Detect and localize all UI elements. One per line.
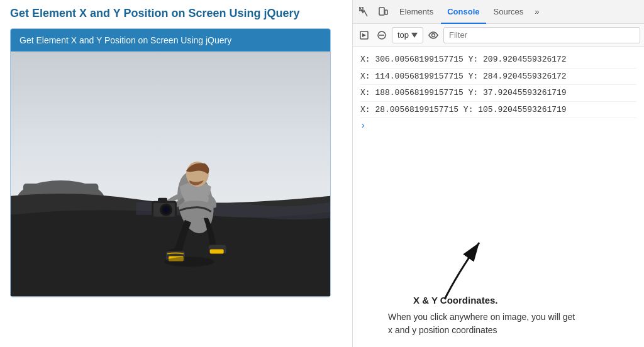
execute-icon[interactable] (357, 28, 372, 43)
console-line-1: X: 306.00568199157715 Y: 209.92045593261… (360, 52, 636, 69)
svg-point-9 (164, 207, 169, 212)
device-icon[interactable] (374, 3, 392, 21)
filter-input[interactable] (443, 27, 640, 43)
console-line-2: X: 114.00568199157715 Y: 284.92045593261… (360, 69, 636, 85)
console-line-4: X: 28.00568199157715 Y: 105.920455932617… (360, 102, 636, 119)
annotation-title: X & Y Coordinates. (413, 295, 634, 306)
context-selector[interactable]: top (392, 27, 423, 43)
devtools-tabs: Elements Console Sources » (353, 0, 644, 24)
console-prompt[interactable]: › (360, 118, 636, 133)
tabs-more[interactable]: » (531, 4, 543, 19)
card-image (11, 52, 330, 297)
card-header: Get Element X and Y Position on Screen U… (11, 29, 330, 52)
svg-rect-10 (158, 198, 167, 203)
svg-point-16 (164, 257, 214, 267)
annotation-description: When you click anywhere on image, you wi… (388, 311, 577, 337)
photographer-scene (11, 52, 330, 297)
console-line-3: X: 188.00568199157715 Y: 37.920455932617… (360, 85, 636, 102)
console-output: X: 306.00568199157715 Y: 209.92045593261… (353, 47, 644, 243)
svg-rect-18 (379, 8, 384, 15)
devtools-toolbar: top (353, 24, 644, 47)
svg-rect-19 (385, 10, 387, 14)
arrow-container: X & Y Coordinates. When you click anywhe… (363, 249, 634, 337)
tab-console[interactable]: Console (441, 0, 486, 24)
devtools-panel: Elements Console Sources » top (352, 0, 644, 347)
eye-icon[interactable] (426, 28, 441, 43)
dropdown-icon (411, 33, 418, 38)
annotation-arrow (382, 224, 520, 306)
tab-sources[interactable]: Sources (487, 0, 530, 24)
clear-icon[interactable] (374, 28, 389, 43)
page-title: Get Element X and Y Position on Screen U… (10, 6, 342, 21)
tab-elements[interactable]: Elements (393, 0, 440, 24)
annotation-section: X & Y Coordinates. When you click anywhe… (353, 243, 644, 347)
left-panel: Get Element X and Y Position on Screen U… (0, 0, 352, 347)
context-label: top (397, 30, 409, 40)
svg-marker-23 (411, 33, 418, 38)
content-card: Get Element X and Y Position on Screen U… (10, 28, 331, 297)
svg-rect-15 (210, 250, 224, 254)
svg-point-24 (432, 33, 435, 36)
inspect-icon[interactable] (355, 3, 373, 21)
